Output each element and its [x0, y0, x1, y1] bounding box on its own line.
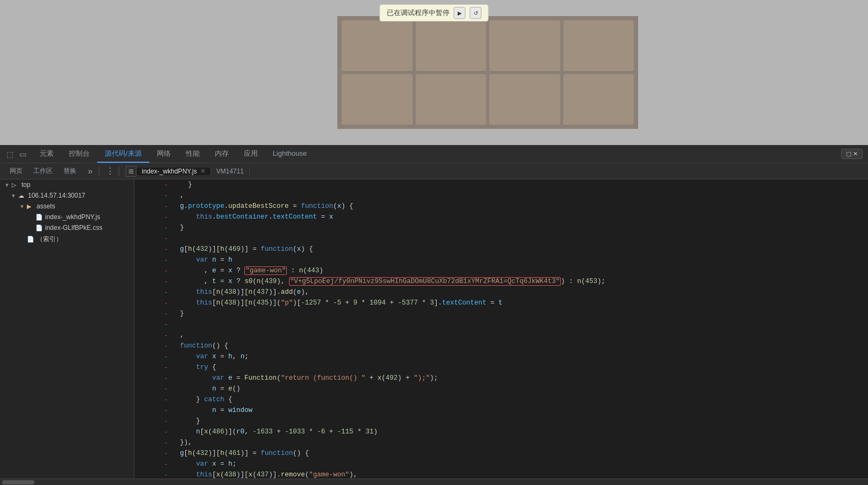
- top-icon: ▷: [12, 182, 19, 189]
- devtools-main: ▼ ▷ top ▼ ☁ 106.14.57.14:30017 ▼ ▶ asset…: [0, 179, 868, 479]
- game-cell: [416, 74, 487, 125]
- sub-tab-replace[interactable]: 替换: [58, 163, 82, 179]
- game-cell: [342, 74, 413, 125]
- top-right-button[interactable]: ▢ ✕: [841, 149, 863, 159]
- code-line: - }: [134, 179, 868, 190]
- tab-sources[interactable]: 源代码/来源: [97, 145, 149, 163]
- code-line: - try {: [134, 362, 868, 373]
- arrow-icon: ▼: [11, 193, 16, 199]
- file-sidebar: ▼ ▷ top ▼ ☁ 106.14.57.14:30017 ▼ ▶ asset…: [0, 179, 134, 479]
- game-cell: [416, 20, 487, 71]
- devtools-panel: ⬚ ▭ 元素 控制台 源代码/来源 网络 性能 内存 应用: [0, 145, 868, 485]
- code-editor[interactable]: - } - , - g.prototype.updateBestScore = …: [134, 179, 868, 479]
- tree-item-top[interactable]: ▼ ▷ top: [0, 179, 134, 190]
- file-tab-bar: index-_wkhdPNY.js ✕ VM14711: [136, 168, 864, 175]
- code-line: - this.bestContainer.textContent = x: [134, 212, 868, 222]
- code-line: - this[n(438)][n(437)].add(e),: [134, 287, 868, 298]
- code-line: -: [134, 319, 868, 330]
- devtools-icon-group: ⬚ ▭: [0, 149, 32, 160]
- arrow-icon: ▼: [19, 204, 25, 209]
- code-line: - var x = h;: [134, 459, 868, 469]
- code-line: - g.prototype.updateBestScore = function…: [134, 201, 868, 212]
- code-line: - }: [134, 308, 868, 319]
- tree-item-index[interactable]: 📄 （索引）: [0, 233, 134, 245]
- code-line: - }),: [134, 437, 868, 448]
- code-line: - } catch {: [134, 394, 868, 405]
- code-line: -: [134, 233, 868, 244]
- code-line: - this[x(438)][x(437)].remove("game-won"…: [134, 469, 868, 479]
- file-tab-main[interactable]: index-_wkhdPNY.js ✕: [136, 168, 211, 175]
- code-line: - this[n(438)][n(435)]("p")[-1257 * -5 +…: [134, 298, 868, 308]
- step-button[interactable]: ↺: [470, 7, 482, 19]
- sub-tab-webpage[interactable]: 网页: [4, 163, 28, 179]
- tab-application[interactable]: 应用: [236, 145, 265, 163]
- debugger-label: 已在调试程序中暂停: [387, 8, 450, 18]
- code-line: - n[x(486)](r0, -1633 + -1033 * -6 + -11…: [134, 426, 868, 437]
- game-area: 已在调试程序中暂停 ▶ ↺: [0, 0, 868, 145]
- js-file-icon: 📄: [35, 214, 43, 221]
- game-cell: [342, 20, 413, 71]
- inspect-icon[interactable]: ⬚: [4, 149, 15, 160]
- divider: [99, 167, 99, 176]
- tree-item-js[interactable]: 📄 index-_wkhdPNY.js: [0, 212, 134, 222]
- code-line: - }: [134, 416, 868, 426]
- game-cell: [489, 20, 560, 71]
- arrow-icon: ▼: [4, 182, 10, 188]
- resume-button[interactable]: ▶: [454, 7, 466, 19]
- code-line: - ,: [134, 190, 868, 201]
- tab-performance[interactable]: 性能: [178, 145, 207, 163]
- debugger-bar: 已在调试程序中暂停 ▶ ↺: [380, 4, 489, 21]
- tab-console[interactable]: 控制台: [61, 145, 97, 163]
- cloud-icon: ☁: [18, 192, 26, 199]
- html-file-icon: 📄: [27, 236, 34, 243]
- code-line: - g[h(432)][h(461)] = function() {: [134, 448, 868, 459]
- tab-network[interactable]: 网络: [149, 145, 178, 163]
- tab-lighthouse[interactable]: Lighthouse: [265, 145, 315, 163]
- devtools-toolbar: ⬚ ▭ 元素 控制台 源代码/来源 网络 性能 内存 应用: [0, 145, 868, 163]
- code-line: - ,: [134, 330, 868, 341]
- sub-tab-workspace[interactable]: 工作区: [28, 163, 58, 179]
- file-tab-vm[interactable]: VM14711: [211, 168, 250, 175]
- code-line: - g[h(432)][h(469)] = function(x) {: [134, 244, 868, 255]
- devtools-subtoolbar: 网页 工作区 替换 » ⋮ ⊞ index-_wkhdPNY.js ✕ VM14…: [0, 163, 868, 179]
- code-line-game-won: - , e = x ? "game-won" : n(443): [134, 265, 868, 276]
- menu-icon[interactable]: ⋮: [104, 165, 117, 178]
- game-cell: [489, 74, 560, 125]
- tab-memory[interactable]: 内存: [207, 145, 236, 163]
- devtools-tabs: 元素 控制台 源代码/来源 网络 性能 内存 应用 Lighthouse: [32, 145, 841, 163]
- tree-item-css[interactable]: 📄 index-GLIfBPkE.css: [0, 222, 134, 233]
- folder-icon: ▶: [27, 203, 34, 210]
- css-file-icon: 📄: [35, 225, 43, 231]
- file-panel-icon[interactable]: ⊞: [126, 166, 136, 177]
- divider: [119, 167, 119, 176]
- code-line: - }: [134, 222, 868, 233]
- game-cell: [563, 74, 634, 125]
- file-tab-close[interactable]: ✕: [200, 168, 205, 175]
- tree-item-assets[interactable]: ▼ ▶ assets: [0, 201, 134, 212]
- code-line: - n = window: [134, 405, 868, 416]
- code-line: - var x = h, n;: [134, 351, 868, 362]
- device-icon[interactable]: ▭: [17, 149, 28, 160]
- tree-item-host[interactable]: ▼ ☁ 106.14.57.14:30017: [0, 190, 134, 201]
- horizontal-scrollbar[interactable]: [0, 479, 868, 485]
- code-line: - var n = h: [134, 255, 868, 265]
- code-line-long-string: - , t = x ? s0(n(439), "V+g5LpoEej/fy0nP…: [134, 276, 868, 287]
- code-line: - var e = Function("return (function() "…: [134, 373, 868, 383]
- tab-elements[interactable]: 元素: [32, 145, 61, 163]
- game-cell: [563, 20, 634, 71]
- code-line: - n = e(): [134, 383, 868, 394]
- more-tabs-icon[interactable]: »: [84, 165, 97, 178]
- game-grid: [337, 16, 638, 129]
- code-line: - function() {: [134, 341, 868, 351]
- scrollbar-thumb[interactable]: [2, 480, 34, 484]
